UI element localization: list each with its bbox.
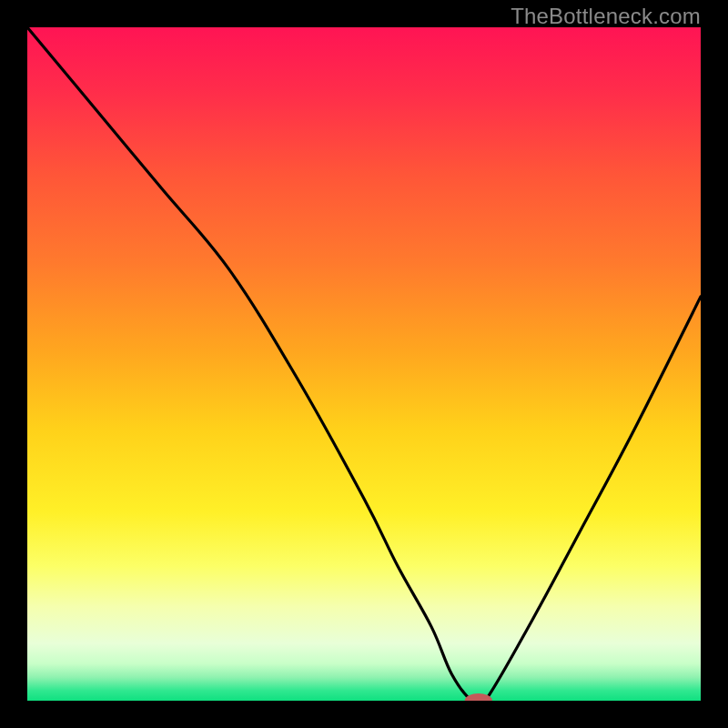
attribution-label: TheBottleneck.com <box>511 4 701 29</box>
chart-svg <box>27 27 701 701</box>
gradient-background <box>27 27 701 701</box>
chart-frame: TheBottleneck.com <box>0 0 728 728</box>
plot-area <box>27 27 701 701</box>
